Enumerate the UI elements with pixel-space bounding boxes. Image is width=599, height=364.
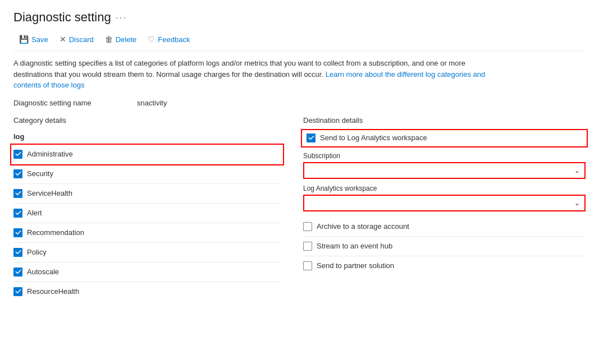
discard-button[interactable]: ✕ Discard [54,33,99,46]
checkbox-row-alert[interactable]: Alert [13,204,281,223]
label-alert: Alert [27,209,42,217]
page-title-ellipsis: ··· [116,12,127,24]
page-title: Diagnostic setting ··· [13,10,586,25]
log-analytics-label: Log Analytics workspace [303,185,586,192]
feedback-button[interactable]: ♡ Feedback [142,33,195,46]
checkbox-event-hub[interactable] [303,242,312,251]
delete-label: Delete [116,35,137,44]
subscription-dropdown[interactable]: ⌄ [303,162,586,179]
page-container: Diagnostic setting ··· 💾 Save ✕ Discard … [0,0,599,364]
setting-name-row: Diagnostic setting name snactivity [13,99,586,107]
checkbox-row-policy[interactable]: Policy [13,243,281,262]
category-details-label: Category details [13,116,281,125]
archive-label: Archive to a storage account [317,222,409,231]
event-hub-label: Stream to an event hub [317,242,392,250]
checkbox-policy[interactable] [13,248,22,257]
label-policy: Policy [27,248,47,256]
send-to-analytics-row[interactable]: Send to Log Analytics workspace [302,130,587,146]
partner-row[interactable]: Send to partner solution [303,256,586,275]
subscription-chevron-icon: ⌄ [574,167,580,174]
page-title-text: Diagnostic setting [13,10,111,25]
event-hub-row[interactable]: Stream to an event hub [303,237,586,256]
checkbox-security[interactable] [13,169,22,178]
label-servicehealth: ServiceHealth [27,189,72,197]
setting-name-label: Diagnostic setting name [13,99,103,107]
checkbox-recommendation[interactable] [13,228,22,237]
label-resourcehealth: ResourceHealth [27,287,79,296]
checkbox-send-to-analytics[interactable] [307,133,315,142]
feedback-icon: ♡ [148,35,155,44]
save-label: Save [31,35,48,44]
right-panel: Destination details Send to Log Analytic… [294,116,586,301]
subscription-field-group: Subscription ⌄ [303,152,586,179]
log-col-header: log [13,130,281,145]
checkbox-autoscale[interactable] [13,268,22,277]
checkbox-row-autoscale[interactable]: Autoscale [13,262,281,282]
checkbox-partner[interactable] [303,261,312,270]
feedback-label: Feedback [158,35,190,44]
checkbox-administrative[interactable] [13,150,22,159]
checkbox-row-security[interactable]: Security [13,164,281,184]
checkbox-row-servicehealth[interactable]: ServiceHealth [13,184,281,204]
discard-icon: ✕ [60,35,66,44]
checkbox-alert[interactable] [13,209,22,218]
checkbox-row-administrative[interactable]: Administrative [11,145,283,164]
checkbox-resourcehealth[interactable] [13,287,22,296]
label-autoscale: Autoscale [27,268,59,276]
label-recommendation: Recommendation [27,228,84,237]
label-security: Security [27,169,53,178]
archive-row[interactable]: Archive to a storage account [303,217,586,237]
log-analytics-chevron-icon: ⌄ [574,199,580,207]
log-analytics-dropdown[interactable]: ⌄ [303,195,586,211]
save-icon: 💾 [19,35,29,44]
checkbox-servicehealth[interactable] [13,189,22,198]
delete-button[interactable]: 🗑 Delete [99,33,143,46]
send-to-analytics-label: Send to Log Analytics workspace [320,133,427,142]
destination-details-label: Destination details [303,116,586,125]
discard-label: Discard [69,35,94,44]
subscription-label: Subscription [303,152,586,160]
checkbox-row-resourcehealth[interactable]: ResourceHealth [13,282,281,301]
checkbox-archive[interactable] [303,222,312,231]
delete-icon: 🗑 [105,35,113,44]
label-administrative: Administrative [27,150,73,158]
checkbox-row-recommendation[interactable]: Recommendation [13,223,281,243]
setting-name-value: snactivity [137,99,167,107]
info-bar: A diagnostic setting specifies a list of… [13,58,496,91]
left-panel: Category details log Administrative Secu… [13,116,294,301]
partner-label: Send to partner solution [317,261,394,270]
main-content: Category details log Administrative Secu… [13,116,586,301]
log-analytics-field-group: Log Analytics workspace ⌄ [303,185,586,211]
save-button[interactable]: 💾 Save [13,33,54,46]
toolbar: 💾 Save ✕ Discard 🗑 Delete ♡ Feedback [13,33,586,51]
